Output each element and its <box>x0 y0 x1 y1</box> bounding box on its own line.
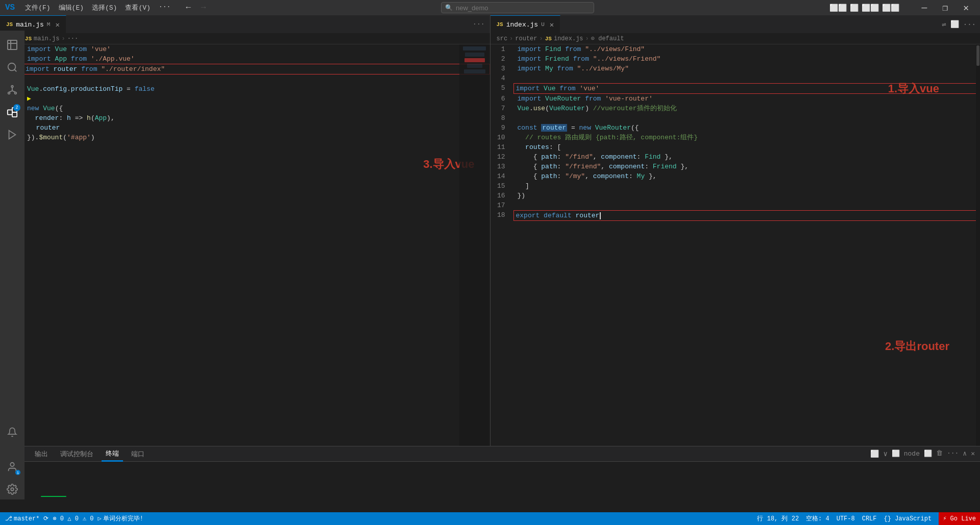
code-line-7: 7 new Vue({ <box>0 104 490 113</box>
status-encoding[interactable]: UTF-8 <box>837 515 855 522</box>
r-code-line-8: 8 <box>491 113 981 123</box>
status-sync[interactable]: ⟳ <box>43 515 48 522</box>
svg-point-3 <box>8 63 16 71</box>
terminal-controls: ⬜ ∨ ⬜ node ⬜ 🗑 ··· ∧ ✕ <box>870 449 975 458</box>
main-content: 2 1 JS main.js M <box>0 15 980 512</box>
r-code-line-18: 18 export default router <box>491 210 981 221</box>
r-code-line-9: 9 const router = new VueRouter({ <box>491 123 981 133</box>
r-code-line-2: 2 import Friend from "../views/Friend" <box>491 54 981 64</box>
right-tab-indexjs[interactable]: JS index.js U ✕ <box>491 15 561 33</box>
activity-git[interactable] <box>2 80 22 100</box>
activity-run[interactable] <box>2 124 22 145</box>
terminal-layout-icon[interactable]: ⬜ ∨ <box>870 449 888 458</box>
layout4-icon[interactable]: ⬜⬜ <box>882 4 899 12</box>
code-line-2: 2 import App from './App.vue' <box>0 54 490 64</box>
svg-rect-0 <box>8 40 17 49</box>
right-tab-close[interactable]: ✕ <box>550 20 554 29</box>
svg-point-5 <box>11 86 13 88</box>
menu-bar[interactable]: 文件(F) 编辑(E) 选择(S) 查看(V) ··· <box>25 3 170 12</box>
status-errors[interactable]: ⊗ 0 △ 0 <box>53 515 78 522</box>
status-left: ⎇ master* ⟳ ⊗ 0 △ 0 ⚠ 0 ▷ 单词分析完毕! <box>5 514 143 523</box>
maximize-button[interactable]: ❐ <box>936 2 954 13</box>
layout-editor-icon[interactable]: ⬜ <box>950 20 959 29</box>
status-line-ending[interactable]: CRLF <box>862 515 877 522</box>
right-annotation-1: 1.导入vue <box>888 81 939 96</box>
terminal-tab-ports[interactable]: 端口 <box>127 446 149 462</box>
terminal-content[interactable] <box>0 462 980 512</box>
terminal-panel: 问题 输出 调试控制台 终端 端口 ⬜ ∨ ⬜ node ⬜ 🗑 ··· ∧ ✕ <box>0 446 980 512</box>
svg-line-9 <box>9 91 12 92</box>
more-editor-icon[interactable]: ··· <box>963 20 976 29</box>
terminal-tab-debug[interactable]: 调试控制台 <box>56 446 97 462</box>
menu-more[interactable]: ··· <box>159 3 170 12</box>
left-tab-label: main.js <box>16 21 44 29</box>
left-code-area[interactable]: 1 import Vue from 'vue' 2 import App fro… <box>0 44 490 446</box>
search-bar[interactable]: 🔍 <box>216 2 819 13</box>
terminal-more-icon[interactable]: ··· <box>947 449 959 458</box>
terminal-tab-terminal[interactable]: 终端 <box>102 446 123 462</box>
terminal-split-icon[interactable]: ⬜ <box>924 449 932 458</box>
svg-point-6 <box>8 92 10 94</box>
right-tab-bar: JS index.js U ✕ ⇌ ⬜ ··· <box>491 15 981 33</box>
status-position[interactable]: 行 18, 列 22 <box>757 514 799 523</box>
nav-forward[interactable]: → <box>201 3 206 12</box>
menu-edit[interactable]: 编辑(E) <box>59 3 84 12</box>
status-warnings[interactable]: ⚠ 0 <box>83 515 94 522</box>
right-code-area[interactable]: 1 import Find from "../views/Find" 2 imp… <box>491 44 981 446</box>
terminal-node-label: ⬜ node <box>892 449 920 458</box>
activity-settings[interactable] <box>2 479 22 499</box>
window-controls: ⬜⬜ ⬜ ⬜⬜ ⬜⬜ — ❐ ✕ <box>829 2 975 13</box>
close-button[interactable]: ✕ <box>957 2 975 13</box>
minimize-button[interactable]: — <box>916 3 934 13</box>
layout2-icon[interactable]: ⬜ <box>850 4 859 12</box>
git-branch-icon: ⎇ <box>5 515 12 522</box>
svg-point-15 <box>10 463 14 466</box>
scrollbar-thumb[interactable] <box>976 45 979 66</box>
activity-bell[interactable] <box>2 422 22 442</box>
status-golive[interactable]: ⚡ Go Live <box>939 512 980 525</box>
left-tab-more[interactable]: ··· <box>468 15 489 33</box>
code-line-10: 10 }).$mount('#app') <box>0 133 490 142</box>
menu-file[interactable]: 文件(F) <box>25 3 50 12</box>
terminal-up-icon[interactable]: ∧ <box>963 449 967 458</box>
split-editor-icon[interactable]: ⇌ <box>942 20 946 29</box>
right-editor-pane: JS index.js U ✕ ⇌ ⬜ ··· src › router <box>491 15 981 446</box>
left-tab-bar: JS main.js M ✕ ··· <box>0 15 490 33</box>
svg-rect-13 <box>12 112 17 117</box>
terminal-trash-icon[interactable]: 🗑 <box>936 449 943 458</box>
titlebar: VS 文件(F) 编辑(E) 选择(S) 查看(V) ··· ← → 🔍 ⬜⬜ … <box>0 0 980 15</box>
svg-line-10 <box>12 91 15 92</box>
menu-select[interactable]: 选择(S) <box>92 3 117 12</box>
status-branch[interactable]: ⎇ master* <box>5 515 39 522</box>
terminal-close-icon[interactable]: ✕ <box>971 449 975 458</box>
terminal-tab-output[interactable]: 输出 <box>31 446 52 462</box>
terminal-progress-bar <box>41 496 66 497</box>
status-language[interactable]: {} JavaScript <box>884 515 932 522</box>
search-input[interactable] <box>441 2 594 13</box>
code-line-6: 6 ▶ <box>0 94 490 104</box>
right-scrollbar[interactable] <box>976 44 980 446</box>
code-line-9: 9 router <box>0 123 490 133</box>
terminal-tab-bar: 问题 输出 调试控制台 终端 端口 ⬜ ∨ ⬜ node ⬜ 🗑 ··· ∧ ✕ <box>0 446 980 462</box>
left-tab-close[interactable]: ✕ <box>55 20 59 29</box>
activity-account[interactable]: 1 <box>2 457 22 477</box>
left-editor-pane: JS main.js M ✕ ··· src › JS main.js › ··… <box>0 15 491 446</box>
code-line-1: 1 import Vue from 'vue' <box>0 44 490 54</box>
svg-rect-11 <box>8 110 12 114</box>
activity-search[interactable] <box>2 57 22 78</box>
code-line-4: 4 <box>0 74 490 84</box>
r-code-line-11: 11 routes: [ <box>491 142 981 152</box>
r-code-line-1: 1 import Find from "../views/Find" <box>491 44 981 54</box>
activity-extensions[interactable]: 2 <box>2 102 22 122</box>
status-spaces[interactable]: 空格: 4 <box>806 514 829 523</box>
nav-back[interactable]: ← <box>186 3 191 12</box>
minimap <box>459 44 490 446</box>
status-analysis: ▷ 单词分析完毕! <box>98 514 143 523</box>
right-annotation-2: 2.导出router <box>885 339 949 354</box>
account-badge: 1 <box>15 470 20 475</box>
layout-icon[interactable]: ⬜⬜ <box>829 4 847 12</box>
layout3-icon[interactable]: ⬜⬜ <box>862 4 879 12</box>
activity-explorer[interactable] <box>2 35 22 55</box>
status-bar: ⎇ master* ⟳ ⊗ 0 △ 0 ⚠ 0 ▷ 单词分析完毕! 行 18, … <box>0 512 980 525</box>
menu-view[interactable]: 查看(V) <box>125 3 150 12</box>
